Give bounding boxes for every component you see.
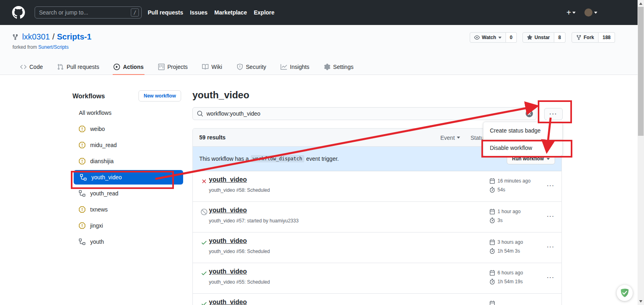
tab-pull-requests[interactable]: Pull requests xyxy=(56,59,100,75)
page-scrollbar[interactable] xyxy=(638,0,644,305)
watch-label: Watch xyxy=(482,35,496,40)
tab-wiki[interactable]: Wiki xyxy=(201,59,223,75)
calendar-icon xyxy=(489,270,495,276)
run-row: youth_video youth_video #56: Scheduled 3… xyxy=(193,232,561,263)
stopwatch-icon xyxy=(489,248,495,254)
watch-group: Watch 0 xyxy=(470,32,517,43)
run-title-link[interactable]: youth_video xyxy=(209,268,247,275)
github-logo-icon[interactable] xyxy=(12,6,25,19)
nav-pull-requests[interactable]: Pull requests xyxy=(148,9,183,16)
repo-tabs: Code Pull requests Actions Projects Wiki… xyxy=(19,59,354,75)
star-count[interactable]: 8 xyxy=(554,32,566,43)
run-row-partial: youth_video ··· xyxy=(193,294,561,305)
clear-search-icon[interactable] xyxy=(526,110,533,117)
fork-count[interactable]: 188 xyxy=(599,32,615,43)
workflow-icon xyxy=(79,190,85,197)
warning-stop-icon xyxy=(79,222,85,229)
run-options-kebab[interactable]: ··· xyxy=(547,274,555,280)
new-workflow-button[interactable]: New workflow xyxy=(138,90,181,102)
adguard-shield-badge[interactable] xyxy=(617,285,633,301)
sidebar-item-label: dianshijia xyxy=(90,158,114,164)
play-icon xyxy=(114,64,120,70)
filter-label: Event xyxy=(440,135,455,141)
header-nav: Pull requests Issues Marketplace Explore xyxy=(148,0,275,25)
results-count: 59 results xyxy=(199,134,225,141)
sidebar-item-jingxi[interactable]: jingxi xyxy=(79,220,103,231)
watch-button[interactable]: Watch xyxy=(470,32,506,43)
shield-icon xyxy=(237,64,243,70)
sidebar-item-label: midu_read xyxy=(90,142,117,148)
calendar-icon xyxy=(489,301,495,305)
stopwatch-icon xyxy=(489,218,495,223)
slash-key-hint: / xyxy=(131,8,139,17)
run-meta: 3 hours ago 1h 54m 3s xyxy=(489,238,523,255)
watch-count[interactable]: 0 xyxy=(506,32,517,43)
sidebar-item-label: weibo xyxy=(90,126,105,132)
run-options-kebab[interactable]: ··· xyxy=(547,244,555,250)
scrollbar-thumb[interactable] xyxy=(638,7,644,136)
repo-social-actions: Watch 0 Unstar 8 Fork 188 xyxy=(0,32,644,43)
nav-issues[interactable]: Issues xyxy=(190,9,208,16)
tab-settings[interactable]: Settings xyxy=(323,59,355,75)
nav-marketplace[interactable]: Marketplace xyxy=(215,9,247,16)
menu-item-create-status-badge[interactable]: Create status badge xyxy=(483,122,562,139)
banner-text: This workflow has a xyxy=(199,156,249,162)
sidebar-item-dianshijia[interactable]: dianshijia xyxy=(79,156,114,167)
tab-label: Pull requests xyxy=(66,64,99,70)
scrollbar-down-arrow[interactable] xyxy=(639,300,642,303)
run-title-link[interactable]: youth_video xyxy=(209,176,247,183)
run-options-kebab[interactable]: ··· xyxy=(547,183,555,189)
forked-from-note: forked from Sunert/Scripts xyxy=(12,44,68,50)
run-time: 16 minutes ago xyxy=(497,178,530,184)
run-title-link[interactable]: youth_video xyxy=(209,237,247,245)
repo-forked-icon xyxy=(576,35,582,40)
sidebar-item-weibo[interactable]: weibo xyxy=(79,123,105,135)
check-success-icon xyxy=(201,239,207,246)
forked-from-link[interactable]: Sunert/Scripts xyxy=(38,44,68,50)
event-filter-dropdown[interactable]: Event xyxy=(440,129,460,147)
run-description: youth_video #55: Scheduled xyxy=(209,279,270,285)
sidebar-item-label: youth_read xyxy=(90,190,118,197)
tab-actions[interactable]: Actions xyxy=(113,59,144,75)
fork-button[interactable]: Fork xyxy=(572,32,599,43)
book-icon xyxy=(202,64,208,70)
nav-explore[interactable]: Explore xyxy=(254,9,274,16)
sidebar-item-midu-read[interactable]: midu_read xyxy=(79,139,117,151)
unstar-button[interactable]: Unstar xyxy=(522,32,554,43)
user-menu-button[interactable] xyxy=(584,8,597,17)
header-search-input[interactable] xyxy=(39,9,131,16)
gear-icon xyxy=(324,64,330,70)
tab-label: Projects xyxy=(167,64,188,70)
run-title-link[interactable]: youth_video xyxy=(209,207,247,214)
tab-security[interactable]: Security xyxy=(236,59,267,75)
sidebar-item-all-workflows[interactable]: All workflows xyxy=(79,107,111,118)
scrollbar-up-arrow[interactable] xyxy=(639,2,642,5)
sidebar-item-label: txnews xyxy=(90,206,108,213)
tab-insights[interactable]: Insights xyxy=(280,59,310,75)
chevron-down-icon xyxy=(594,12,597,14)
header-search-box[interactable]: / xyxy=(35,6,142,19)
workflow-icon xyxy=(79,239,85,245)
calendar-icon xyxy=(489,209,495,214)
sidebar-item-txnews[interactable]: txnews xyxy=(79,204,108,215)
create-new-button[interactable]: + xyxy=(566,8,576,17)
run-options-kebab[interactable]: ··· xyxy=(547,213,555,219)
search-icon xyxy=(197,110,203,117)
chevron-down-icon xyxy=(498,37,502,39)
tab-code[interactable]: Code xyxy=(19,59,43,75)
star-filled-icon xyxy=(527,35,533,40)
warning-stop-icon xyxy=(79,206,85,213)
sidebar-item-youth-read[interactable]: youth_read xyxy=(79,188,118,199)
tab-label: Security xyxy=(246,64,266,70)
run-title-link[interactable]: youth_video xyxy=(209,299,247,305)
workflow-search-box[interactable] xyxy=(192,107,537,120)
annotation-box-disable-workflow xyxy=(481,140,572,158)
sidebar-item-label: jingxi xyxy=(90,222,103,229)
tab-projects[interactable]: Projects xyxy=(157,59,189,75)
run-row: youth_video youth_video #55: Scheduled 6… xyxy=(193,263,561,294)
github-actions-page: / Pull requests Issues Marketplace Explo… xyxy=(0,0,644,305)
tab-label: Insights xyxy=(290,64,309,70)
run-meta: 1 hour ago 3s xyxy=(489,207,520,225)
sidebar-item-youth[interactable]: youth xyxy=(79,236,104,247)
workflow-search-input[interactable] xyxy=(206,110,526,117)
